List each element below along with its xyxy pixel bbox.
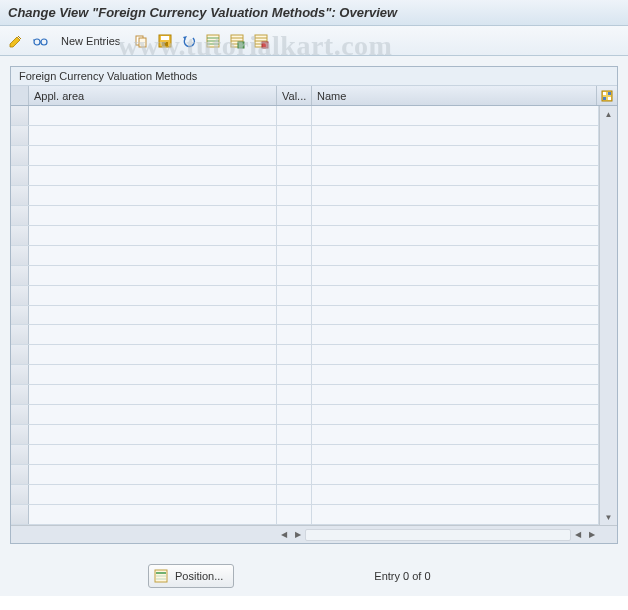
cell-name[interactable] — [312, 186, 599, 205]
cell-val[interactable] — [277, 106, 312, 125]
table-row[interactable] — [11, 505, 599, 525]
table-row[interactable] — [11, 405, 599, 425]
table-row[interactable] — [11, 325, 599, 345]
cell-appl-area[interactable] — [29, 345, 277, 364]
table-row[interactable] — [11, 445, 599, 465]
cell-val[interactable] — [277, 266, 312, 285]
cell-appl-area[interactable] — [29, 166, 277, 185]
cell-val[interactable] — [277, 385, 312, 404]
cell-appl-area[interactable] — [29, 246, 277, 265]
row-selector[interactable] — [11, 246, 29, 265]
cell-name[interactable] — [312, 345, 599, 364]
cell-name[interactable] — [312, 385, 599, 404]
row-selector[interactable] — [11, 505, 29, 524]
column-header-name[interactable]: Name — [312, 86, 597, 105]
row-selector[interactable] — [11, 106, 29, 125]
cell-val[interactable] — [277, 405, 312, 424]
scroll-left-start-icon[interactable]: ◀ — [277, 528, 291, 542]
row-selector[interactable] — [11, 405, 29, 424]
cell-val[interactable] — [277, 485, 312, 504]
cell-val[interactable] — [277, 206, 312, 225]
cell-appl-area[interactable] — [29, 266, 277, 285]
cell-val[interactable] — [277, 246, 312, 265]
cell-val[interactable] — [277, 465, 312, 484]
cell-val[interactable] — [277, 306, 312, 325]
cell-name[interactable] — [312, 286, 599, 305]
scroll-right-icon[interactable]: ◀ — [571, 528, 585, 542]
scroll-down-icon[interactable]: ▼ — [602, 510, 616, 524]
row-selector[interactable] — [11, 365, 29, 384]
save-icon[interactable] — [155, 31, 175, 51]
scroll-right-end-icon[interactable]: ▶ — [585, 528, 599, 542]
table-row[interactable] — [11, 365, 599, 385]
row-selector[interactable] — [11, 485, 29, 504]
position-button[interactable]: Position... — [148, 564, 234, 588]
cell-appl-area[interactable] — [29, 106, 277, 125]
deselect-all-icon[interactable] — [227, 31, 247, 51]
cell-name[interactable] — [312, 505, 599, 524]
row-selector[interactable] — [11, 126, 29, 145]
cell-name[interactable] — [312, 405, 599, 424]
cell-appl-area[interactable] — [29, 505, 277, 524]
row-selector[interactable] — [11, 306, 29, 325]
cell-appl-area[interactable] — [29, 126, 277, 145]
column-header-appl-area[interactable]: Appl. area — [29, 86, 277, 105]
row-selector[interactable] — [11, 226, 29, 245]
cell-name[interactable] — [312, 166, 599, 185]
row-selector[interactable] — [11, 465, 29, 484]
cell-val[interactable] — [277, 146, 312, 165]
cell-appl-area[interactable] — [29, 186, 277, 205]
cell-appl-area[interactable] — [29, 425, 277, 444]
cell-val[interactable] — [277, 126, 312, 145]
cell-val[interactable] — [277, 186, 312, 205]
cell-val[interactable] — [277, 166, 312, 185]
row-selector[interactable] — [11, 266, 29, 285]
cell-appl-area[interactable] — [29, 286, 277, 305]
cell-val[interactable] — [277, 505, 312, 524]
new-entries-button[interactable]: New Entries — [54, 32, 127, 50]
scroll-left-icon[interactable]: ▶ — [291, 528, 305, 542]
table-row[interactable] — [11, 186, 599, 206]
glasses-icon[interactable] — [30, 31, 50, 51]
cell-appl-area[interactable] — [29, 306, 277, 325]
row-selector[interactable] — [11, 206, 29, 225]
cell-val[interactable] — [277, 345, 312, 364]
table-row[interactable] — [11, 226, 599, 246]
table-row[interactable] — [11, 246, 599, 266]
table-settings-icon[interactable] — [597, 86, 617, 105]
cell-name[interactable] — [312, 226, 599, 245]
row-selector[interactable] — [11, 385, 29, 404]
cell-name[interactable] — [312, 425, 599, 444]
cell-name[interactable] — [312, 146, 599, 165]
cell-name[interactable] — [312, 325, 599, 344]
table-row[interactable] — [11, 485, 599, 505]
cell-appl-area[interactable] — [29, 405, 277, 424]
table-row[interactable] — [11, 286, 599, 306]
cell-appl-area[interactable] — [29, 146, 277, 165]
cell-appl-area[interactable] — [29, 465, 277, 484]
cell-appl-area[interactable] — [29, 365, 277, 384]
cell-appl-area[interactable] — [29, 485, 277, 504]
cell-appl-area[interactable] — [29, 385, 277, 404]
row-selector[interactable] — [11, 166, 29, 185]
scroll-up-icon[interactable]: ▲ — [602, 107, 616, 121]
table-row[interactable] — [11, 146, 599, 166]
cell-appl-area[interactable] — [29, 226, 277, 245]
table-row[interactable] — [11, 206, 599, 226]
table-row[interactable] — [11, 306, 599, 326]
row-selector[interactable] — [11, 345, 29, 364]
row-selector[interactable] — [11, 186, 29, 205]
table-row[interactable] — [11, 166, 599, 186]
row-selector[interactable] — [11, 425, 29, 444]
table-row[interactable] — [11, 126, 599, 146]
cell-name[interactable] — [312, 485, 599, 504]
row-selector[interactable] — [11, 146, 29, 165]
row-selector[interactable] — [11, 445, 29, 464]
cell-name[interactable] — [312, 106, 599, 125]
table-row[interactable] — [11, 385, 599, 405]
table-row[interactable] — [11, 465, 599, 485]
cell-val[interactable] — [277, 286, 312, 305]
undo-icon[interactable] — [179, 31, 199, 51]
table-row[interactable] — [11, 345, 599, 365]
cell-name[interactable] — [312, 246, 599, 265]
